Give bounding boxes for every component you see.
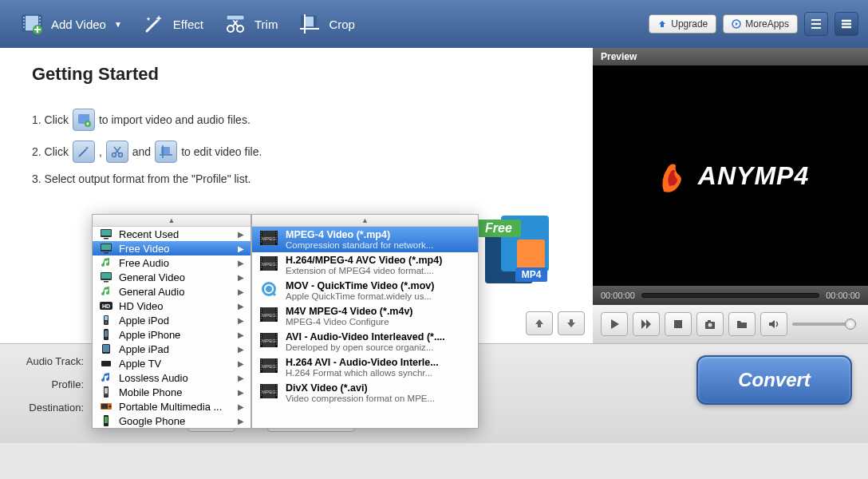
category-label: Google Phone <box>119 415 232 427</box>
svg-point-117 <box>276 334 277 335</box>
category-item[interactable]: Apple iPod▶ <box>93 313 251 327</box>
svg-point-116 <box>261 343 262 344</box>
submenu-arrow-icon: ▶ <box>238 388 244 397</box>
svg-rect-16 <box>302 16 304 27</box>
preview-panel: Preview ANYMP4 00:00:00 00:00:00 <box>593 48 868 343</box>
submenu-arrow-icon: ▶ <box>238 287 244 296</box>
svg-point-130 <box>261 369 262 370</box>
effect-label: Effect <box>173 18 203 31</box>
svg-point-148 <box>276 392 277 393</box>
volume-slider[interactable] <box>792 323 856 326</box>
category-item[interactable]: Apple iPhone▶ <box>93 327 251 342</box>
category-item[interactable]: Free Audio▶ <box>93 255 251 270</box>
category-item[interactable]: Google Phone▶ <box>93 414 251 428</box>
category-item[interactable]: Recent Used▶ <box>93 227 251 241</box>
volume-thumb[interactable] <box>845 319 856 330</box>
play-icon <box>608 318 621 331</box>
submenu-arrow-icon: ▶ <box>238 345 244 354</box>
volume-button[interactable] <box>760 312 787 336</box>
upgrade-icon <box>657 19 667 29</box>
monitor-icon <box>99 228 113 240</box>
upgrade-label: Upgrade <box>671 18 708 30</box>
open-folder-button[interactable] <box>728 312 756 336</box>
pmp-icon <box>99 401 113 413</box>
film-icon: MPEG <box>258 229 279 247</box>
film-icon: MPEG <box>258 306 279 323</box>
forward-button[interactable] <box>633 312 660 336</box>
category-item[interactable]: General Audio▶ <box>93 284 251 299</box>
svg-text:MPEG: MPEG <box>262 364 276 369</box>
move-down-button[interactable] <box>558 311 585 335</box>
svg-text:MPEG: MPEG <box>262 390 276 394</box>
add-video-button[interactable]: Add Video ▼ <box>10 6 132 42</box>
svg-text:MPEG: MPEG <box>262 313 276 318</box>
svg-point-5 <box>23 23 25 25</box>
format-item[interactable]: MOV - QuickTime Video (*.mov)Apple Quick… <box>252 278 478 303</box>
svg-rect-45 <box>105 316 108 320</box>
submenu-arrow-icon: ▶ <box>238 374 244 382</box>
svg-point-106 <box>276 315 277 316</box>
category-item[interactable]: Lossless Audio▶ <box>93 370 251 385</box>
player-controls <box>593 305 868 343</box>
svg-point-104 <box>276 311 277 311</box>
format-item[interactable]: MPEGMPEG-4 Video (*.mp4)Compression stan… <box>252 227 478 252</box>
category-label: General Audio <box>119 286 232 298</box>
category-item[interactable]: General Video▶ <box>93 270 251 284</box>
convert-button[interactable]: Convert <box>696 355 852 405</box>
upgrade-button[interactable]: Upgrade <box>649 14 716 34</box>
format-item[interactable]: MPEGH.264/MPEG-4 AVC Video (*.mp4)Extens… <box>252 252 478 278</box>
trim-button[interactable]: Trim <box>213 6 287 42</box>
format-item[interactable]: MPEGH.264 AVI - Audio-Video Interle...H.… <box>252 354 478 380</box>
svg-point-46 <box>105 322 108 324</box>
category-item[interactable]: Mobile Phone▶ <box>93 385 251 399</box>
anymp4-logo-text: ANYMP4 <box>698 161 809 191</box>
move-up-button[interactable] <box>526 311 553 335</box>
svg-rect-58 <box>107 394 108 395</box>
menu-view-button[interactable] <box>834 12 858 36</box>
more-apps-button[interactable]: MoreApps <box>723 14 798 34</box>
svg-rect-17 <box>314 16 316 27</box>
svg-point-102 <box>261 318 262 319</box>
category-item[interactable]: Apple iPad▶ <box>93 342 251 356</box>
crop-button[interactable]: Crop <box>287 6 365 42</box>
format-desc: Dereloped by open source organiz... <box>286 342 445 352</box>
svg-point-72 <box>276 232 277 232</box>
dropdown-arrow-icon: ▼ <box>114 20 122 29</box>
format-desc: H.264 Format which allows synchr... <box>286 368 439 378</box>
format-item[interactable]: MPEGM4V MPEG-4 Video (*.m4v)MPEG-4 Video… <box>252 303 478 329</box>
svg-point-132 <box>276 362 277 362</box>
svg-rect-37 <box>101 244 111 250</box>
list-view-button[interactable] <box>804 12 828 36</box>
trim-label: Trim <box>254 18 278 31</box>
play-button[interactable] <box>601 312 628 336</box>
format-item[interactable]: MPEGAVI - Audio-Video Interleaved (*....… <box>252 329 478 354</box>
film-icon: MPEG <box>258 382 279 400</box>
camera-icon <box>704 318 716 331</box>
effect-inline-icon <box>73 141 95 163</box>
film-icon: MPEG <box>258 357 279 374</box>
format-item[interactable]: MPEGDivX Video (*.avi)Video compression … <box>252 380 478 406</box>
music-blue-icon <box>99 372 113 384</box>
category-item[interactable]: Free Video▶ <box>93 241 251 255</box>
format-title: H.264/MPEG-4 AVC Video (*.mp4) <box>286 255 442 266</box>
more-apps-label: MoreApps <box>745 18 789 30</box>
svg-rect-31 <box>517 240 545 271</box>
ipad-icon <box>99 343 113 355</box>
stop-button[interactable] <box>665 312 692 336</box>
svg-point-126 <box>261 359 262 360</box>
crop-label: Crop <box>329 18 355 31</box>
svg-rect-55 <box>105 388 108 394</box>
category-label: Apple iPad <box>119 343 232 355</box>
category-item[interactable]: HDHD Video▶ <box>93 299 251 313</box>
film-icon: MPEG <box>258 331 279 349</box>
effect-button[interactable]: Effect <box>132 6 213 42</box>
category-item[interactable]: Apple TV▶ <box>93 356 251 370</box>
svg-point-135 <box>276 369 277 370</box>
trim-icon <box>223 11 248 37</box>
scroll-up-hint-fmt[interactable]: ▲ <box>252 215 478 227</box>
category-item[interactable]: Portable Multimedia ...▶ <box>93 399 251 414</box>
svg-point-113 <box>261 336 262 337</box>
snapshot-button[interactable] <box>696 312 724 336</box>
timeline-slider[interactable] <box>641 293 819 298</box>
scroll-up-hint[interactable]: ▲ <box>93 215 251 227</box>
